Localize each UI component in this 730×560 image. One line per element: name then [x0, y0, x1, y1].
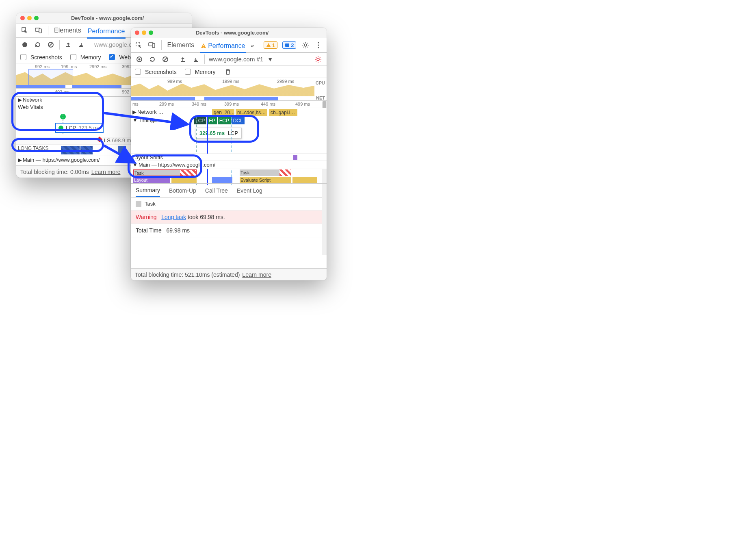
task-swatch-icon	[136, 201, 141, 207]
chevron-down-icon[interactable]: ▼	[132, 162, 138, 168]
long-tasks-label: LONG TASKS	[18, 145, 49, 151]
chevron-right-icon[interactable]: ▶	[132, 109, 136, 115]
url-display: www.google.co	[94, 41, 135, 48]
chevron-right-icon[interactable]: ▶	[18, 97, 22, 103]
tick: 1999 ms	[222, 79, 239, 84]
script-bar[interactable]	[171, 177, 197, 183]
chevron-down-icon[interactable]: ▼	[267, 56, 273, 63]
viewport-handle[interactable]	[28, 69, 73, 85]
marker-fcp[interactable]: FCP	[218, 117, 231, 124]
ls-label: LS 698.9 m	[104, 137, 131, 143]
blocking-time: Total blocking time: 521.10ms (estimated…	[135, 271, 240, 278]
check-screenshots[interactable]	[135, 69, 141, 75]
cpu-label: CPU	[316, 80, 325, 85]
device-toggle-icon[interactable]	[148, 41, 156, 50]
chevron-right-icon[interactable]: ▶	[18, 157, 22, 163]
svg-point-8	[304, 44, 307, 46]
lcp-badge[interactable]: LCP 323.5 ms	[55, 123, 104, 133]
overview-ruler: 999 ms 1999 ms 2999 ms	[131, 78, 327, 84]
clear-icon[interactable]	[161, 55, 170, 64]
marker-fp[interactable]: FP	[207, 117, 217, 124]
clear-icon[interactable]	[46, 40, 55, 49]
task-label: Task	[145, 201, 156, 207]
titlebar: DevTools - www.google.com/	[131, 28, 327, 38]
screenshots-label: Screenshots	[30, 54, 62, 61]
record-icon[interactable]	[135, 55, 144, 64]
task-bar[interactable]: Task	[133, 169, 197, 176]
web-vitals-header: Web Vitals	[18, 104, 43, 110]
upload-icon[interactable]	[178, 55, 187, 64]
upload-icon[interactable]	[64, 40, 73, 49]
ls-marker-icon	[97, 137, 102, 142]
close-icon[interactable]	[20, 16, 25, 20]
network-block: cb=gapi.l…	[269, 109, 297, 116]
tab-performance[interactable]: Performance	[200, 40, 246, 53]
record-icon[interactable]	[20, 40, 29, 49]
tick: ms	[132, 102, 139, 106]
tab-call-tree[interactable]: Call Tree	[205, 187, 228, 194]
layout-shifts-track[interactable]: Layout Shifts	[131, 154, 327, 161]
recording-select[interactable]: www.google.com #1	[209, 56, 263, 63]
learn-more-link[interactable]: Learn more	[91, 169, 121, 175]
tab-event-log[interactable]: Event Log	[237, 187, 262, 194]
network-track[interactable]: ▶Network … gen_20… m=cdos,hs… cb=gapi.l…	[131, 108, 327, 116]
marker-dcl[interactable]: DCL	[232, 117, 245, 124]
task-bar[interactable]: Task	[240, 169, 291, 176]
check-web-vitals[interactable]	[109, 54, 115, 60]
flame-row-2[interactable]: Layout Evaluate Script	[131, 176, 327, 184]
divider	[90, 40, 90, 50]
check-memory[interactable]	[70, 54, 76, 60]
issues-info-badge[interactable]: 2	[282, 41, 296, 49]
capture-settings-icon[interactable]	[314, 55, 323, 64]
inspect-icon[interactable]	[135, 41, 143, 50]
svg-point-15	[317, 58, 319, 61]
lcp-value: 323.5 ms	[78, 125, 100, 131]
gear-icon[interactable]	[301, 41, 309, 50]
download-icon[interactable]	[191, 55, 200, 64]
shift-bar	[293, 155, 297, 160]
long-task-bar	[61, 146, 80, 154]
check-screenshots[interactable]	[20, 54, 26, 60]
close-icon[interactable]	[135, 30, 139, 35]
tick: 992 ms	[35, 64, 50, 69]
reload-icon[interactable]	[33, 40, 42, 49]
svg-point-13	[139, 58, 141, 60]
reload-icon[interactable]	[148, 55, 157, 64]
eval-bar[interactable]: Evaluate Script	[240, 177, 291, 183]
download-icon[interactable]	[77, 40, 86, 49]
tab-bottom-up[interactable]: Bottom-Up	[169, 187, 196, 194]
tab-summary[interactable]: Summary	[136, 187, 160, 197]
blocking-time: Total blocking time: 0.00ms	[20, 169, 89, 175]
tick: 499 ms	[295, 102, 310, 106]
svg-point-10	[318, 45, 319, 46]
long-task-bar	[80, 146, 93, 154]
kebab-icon[interactable]	[314, 41, 323, 50]
tick: 999 ms	[167, 79, 182, 84]
check-memory[interactable]	[185, 69, 191, 75]
flame-row-1[interactable]: Task Task	[131, 169, 327, 176]
long-task-stripes-icon	[180, 170, 196, 176]
tick: 449 ms	[261, 102, 275, 106]
tab-performance[interactable]: Performance	[87, 25, 126, 39]
inspect-icon[interactable]	[20, 26, 29, 35]
network-block: gen_20…	[212, 109, 234, 116]
learn-more-link[interactable]: Learn more	[242, 271, 271, 278]
script-bar[interactable]	[212, 177, 232, 183]
tick: 399 ms	[224, 102, 239, 106]
long-task-link[interactable]: Long task	[161, 214, 186, 220]
chevron-down-icon[interactable]: ▼	[132, 117, 138, 123]
window-title: DevTools - www.google.com/	[142, 30, 323, 36]
timings-label: Timings	[139, 117, 157, 123]
tab-elements[interactable]: Elements	[166, 39, 195, 51]
script-bar[interactable]	[292, 177, 317, 183]
issues-warn-badge[interactable]: 1	[264, 41, 277, 49]
more-tabs[interactable]: »	[251, 42, 254, 48]
device-toggle-icon[interactable]	[34, 26, 43, 35]
trash-icon[interactable]	[223, 67, 232, 76]
tab-elements[interactable]: Elements	[53, 24, 82, 37]
main-track-header[interactable]: ▼Main — https://www.google.com/	[131, 161, 327, 169]
perf-options: Screenshots Memory	[131, 66, 327, 78]
overview-panel[interactable]: 999 ms 1999 ms 2999 ms CPU NET	[131, 78, 327, 101]
layout-bar[interactable]: Layout	[133, 177, 170, 183]
timings-track[interactable]: ▼Timings LCP FP FCP DCL 329.65 ms LCP	[131, 116, 327, 154]
